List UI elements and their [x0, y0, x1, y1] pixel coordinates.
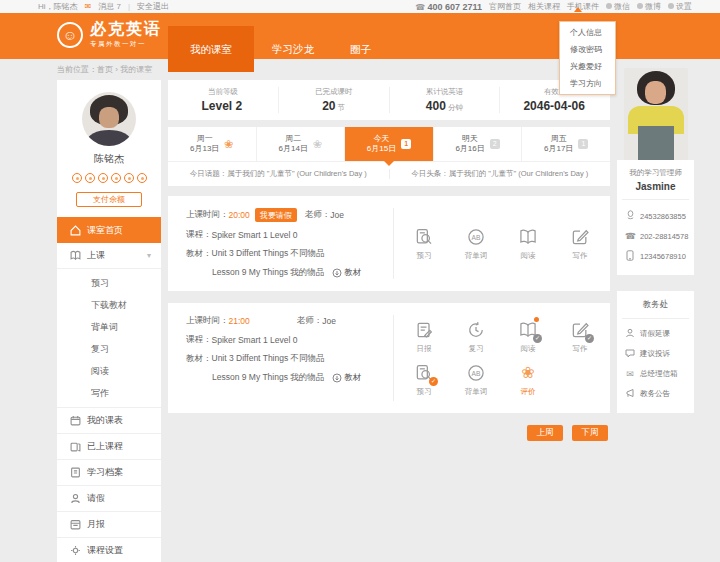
- messages-link[interactable]: 消息 7: [98, 1, 121, 12]
- submenu-item-vocabulary[interactable]: 背单词: [57, 316, 161, 338]
- submenu-item-download-material[interactable]: 下载教材: [57, 294, 161, 316]
- office-item-gm-mailbox[interactable]: ✉ 总经理信箱: [622, 364, 689, 384]
- week-tab-monday[interactable]: 周一6月13日 ❀: [168, 127, 257, 161]
- preview-icon: ✓: [413, 362, 435, 384]
- material-unit: Unit 3 Diffent Things 不同物品: [212, 248, 325, 260]
- today-topic: 今日话题：属于我们的 "儿童节" (Our Children's Day ): [168, 169, 389, 179]
- submenu-item-review[interactable]: 复习: [57, 338, 161, 360]
- sidebar-item-course-settings[interactable]: 课程设置: [57, 538, 161, 562]
- action-vocabulary[interactable]: AB 背单词: [450, 358, 502, 401]
- breadcrumb-current: 我的课室: [120, 65, 152, 74]
- dropdown-item-hobbies[interactable]: 兴趣爱好: [560, 58, 615, 75]
- office-item-leave[interactable]: 请假延课: [622, 324, 689, 344]
- action-writing[interactable]: 写作: [554, 222, 606, 265]
- done-check-icon: ✓: [429, 377, 438, 386]
- submenu-item-writing[interactable]: 写作: [57, 382, 161, 404]
- logo-face-icon: ☺: [57, 22, 83, 48]
- lesson-count-badge: 1: [401, 139, 411, 149]
- writing-icon: ✓: [569, 319, 591, 341]
- breadcrumb-home[interactable]: 首页: [97, 65, 113, 74]
- weibo-icon: [637, 3, 643, 9]
- preview-icon: [413, 226, 435, 248]
- material-lesson: Lesson 9 My Things 我的物品: [212, 372, 324, 384]
- action-vocabulary[interactable]: AB 背单词: [450, 222, 502, 265]
- topbar-divider: |: [128, 2, 130, 11]
- medal-icon: [124, 173, 134, 183]
- lesson-count-badge: 2: [490, 139, 500, 149]
- course-settings-icon: [70, 545, 81, 556]
- writing-icon: [569, 226, 591, 248]
- hotline: ☎ 400 607 2711: [415, 2, 482, 12]
- pay-balance-button[interactable]: 支付余额: [76, 192, 142, 207]
- stat-current-level: 当前等级 Level 2: [168, 87, 278, 113]
- lesson-card-2000: 上课时间： 20:00 我要请假 老师： Joe 课程： Spiker Smar…: [168, 196, 610, 291]
- medal-icon: [85, 173, 95, 183]
- action-review[interactable]: 复习: [450, 315, 502, 358]
- sidebar-item-past-courses[interactable]: 已上课程: [57, 434, 161, 460]
- week-tab-tuesday[interactable]: 周二6月14日 ❀: [257, 127, 346, 161]
- logout-link[interactable]: 安全退出: [137, 1, 169, 12]
- dropdown-item-change-password[interactable]: 修改密码: [560, 41, 615, 58]
- next-week-button[interactable]: 下周: [572, 425, 608, 441]
- lessons-submenu: 预习 下载教材 背单词 复习 阅读 写作: [57, 269, 161, 408]
- sidebar-item-classroom-home[interactable]: 课室首页: [57, 217, 161, 243]
- week-tab-friday[interactable]: 周五6月17日 1: [522, 127, 610, 161]
- flower-icon: ❀: [224, 139, 233, 150]
- sidebar-item-lessons[interactable]: 上课 ▾: [57, 243, 161, 269]
- teacher-name: Joe: [330, 210, 344, 220]
- sidebar-item-study-archive[interactable]: 学习档案: [57, 460, 161, 486]
- sidebar-item-leave[interactable]: 请假: [57, 486, 161, 512]
- mobile-courseware-link[interactable]: 手机课件: [567, 1, 599, 12]
- download-icon: [332, 268, 342, 278]
- settings-link[interactable]: 设置: [668, 1, 692, 12]
- related-courses-link[interactable]: 相关课程: [528, 1, 560, 12]
- weibo-link[interactable]: 微博: [637, 1, 661, 12]
- lesson-actions: 日报 复习 ✓ 阅读: [393, 315, 610, 401]
- sidebar-item-monthly-report[interactable]: 月报: [57, 512, 161, 538]
- tab-my-classroom[interactable]: 我的课室: [168, 26, 254, 72]
- action-evaluate[interactable]: ❀ 评价: [502, 358, 554, 401]
- office-item-announcements[interactable]: 教务公告: [622, 384, 689, 404]
- sidebar-item-my-schedule[interactable]: 我的课表: [57, 408, 161, 434]
- dropdown-item-study-direction[interactable]: 学习方向: [560, 75, 615, 92]
- prev-week-button[interactable]: 上周: [527, 425, 563, 441]
- submenu-item-preview[interactable]: 预习: [57, 272, 161, 294]
- download-material-link[interactable]: 教材: [332, 372, 361, 384]
- phone-icon: ☎: [625, 231, 635, 241]
- main-nav: 我的课室 学习沙龙 圈子: [168, 26, 389, 72]
- action-writing[interactable]: ✓ 写作: [554, 315, 606, 358]
- svg-text:AB: AB: [472, 370, 481, 377]
- week-tab-today[interactable]: 今天6月15日 1: [345, 127, 434, 161]
- office-title: 教务处: [622, 299, 689, 319]
- week-tabs: 周一6月13日 ❀ 周二6月14日 ❀ 今天6月15日 1 明天6月16日 2 …: [168, 127, 610, 161]
- site-home-link[interactable]: 官网首页: [489, 1, 521, 12]
- student-name: 陈铭杰: [57, 152, 161, 166]
- action-preview[interactable]: 预习: [398, 222, 450, 265]
- tab-study-salon[interactable]: 学习沙龙: [254, 26, 332, 72]
- new-dot: [534, 317, 539, 322]
- lesson-card-2100: 上课时间： 21:00 老师： Joe 课程： Spiker Smart 1 L…: [168, 303, 610, 413]
- action-reading[interactable]: ✓ 阅读: [502, 315, 554, 358]
- download-material-link[interactable]: 教材: [332, 267, 361, 279]
- lesson-actions: 预习 AB 背单词 阅读: [393, 208, 610, 279]
- dropdown-item-personal-info[interactable]: 个人信息: [560, 24, 615, 41]
- action-reading[interactable]: 阅读: [502, 222, 554, 265]
- tab-circle[interactable]: 圈子: [332, 26, 389, 72]
- breadcrumb: 当前位置：首页 › 我的课室: [57, 64, 152, 75]
- right-sidebar: 我的学习管理师 Jasmine 24532863855 ☎ 202-288145…: [617, 68, 694, 413]
- stat-speaking-minutes: 累计说英语 400分钟: [389, 87, 500, 113]
- week-tab-tomorrow[interactable]: 明天6月16日 2: [434, 127, 523, 161]
- gear-icon: [668, 3, 674, 9]
- request-leave-button[interactable]: 我要请假: [255, 208, 297, 222]
- stat-completed-lessons: 已完成课时 20节: [278, 87, 389, 113]
- office-item-suggestions[interactable]: 建议投诉: [622, 344, 689, 364]
- wechat-link[interactable]: 微信: [606, 1, 630, 12]
- action-spacer: [554, 358, 606, 401]
- course-name: Spiker Smart 1 Level 0: [212, 335, 298, 345]
- action-daily-report[interactable]: 日报: [398, 315, 450, 358]
- user-greeting: Hi，陈铭杰: [38, 1, 78, 12]
- announcement-icon: [625, 388, 635, 400]
- qq-icon: [625, 210, 635, 222]
- action-preview[interactable]: ✓ 预习: [398, 358, 450, 401]
- submenu-item-reading[interactable]: 阅读: [57, 360, 161, 382]
